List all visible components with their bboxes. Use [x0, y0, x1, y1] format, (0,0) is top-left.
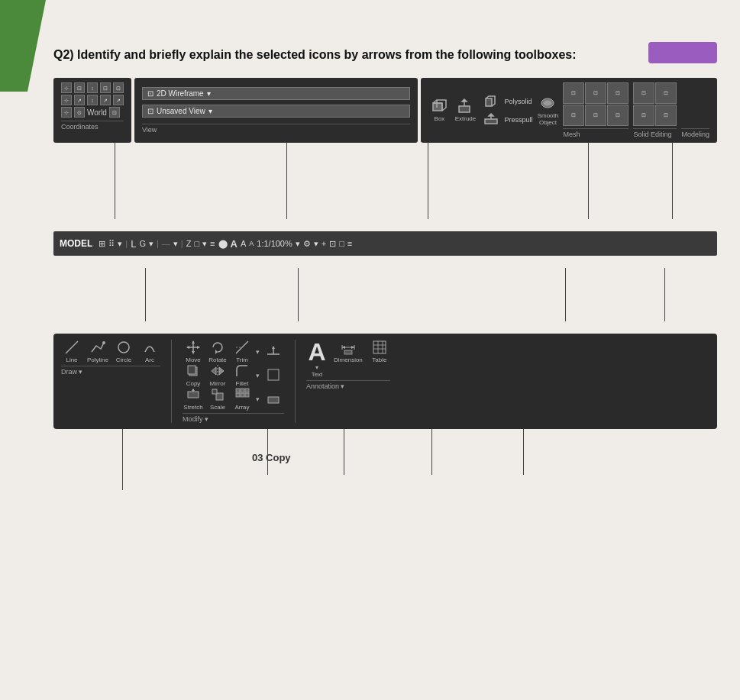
solid-icon-2[interactable]: ⊡ — [655, 82, 677, 104]
model-L-icon[interactable]: L — [131, 238, 136, 250]
dimension-tool[interactable]: Dimension — [334, 340, 363, 363]
svg-point-15 — [118, 342, 129, 353]
top-arrow-lines — [53, 143, 717, 219]
polysolid-tool[interactable] — [480, 93, 502, 110]
solid-editing-label: Solid Editing — [633, 128, 677, 138]
arc-tool[interactable]: Arc — [139, 340, 160, 363]
unsaved-dropdown[interactable]: ⊡ Unsaved View ▾ — [142, 105, 410, 118]
model-Z-icon[interactable]: Z — [186, 239, 192, 248]
polyline-tool[interactable]: Polyline — [87, 340, 108, 363]
solid-icon-4[interactable]: ⊡ — [655, 105, 677, 126]
model-dots-icon[interactable]: ⠿ — [108, 239, 115, 249]
solid-icon-1[interactable]: ⊡ — [633, 82, 654, 104]
svg-rect-45 — [268, 397, 279, 403]
coord-icon-8[interactable]: ↕ — [87, 95, 98, 105]
model-eq-icon[interactable]: ≡ — [210, 239, 215, 248]
model-G-icon[interactable]: G — [139, 239, 146, 248]
coord-icon-6[interactable]: ⊹ — [61, 95, 72, 105]
line-tool[interactable]: Line — [61, 340, 82, 363]
model-arrow-A2[interactable]: A — [241, 239, 246, 248]
svg-rect-42 — [236, 393, 240, 397]
circle-label: Circle — [116, 356, 131, 363]
model-box-2-icon[interactable]: □ — [339, 239, 344, 248]
scale-tool[interactable]: Scale — [207, 387, 228, 411]
model-arrow-lines — [53, 268, 717, 321]
circle-tool[interactable]: Circle — [113, 340, 134, 363]
model-box-icon[interactable]: □ — [194, 239, 199, 248]
model-grid-icon[interactable]: ⊞ — [99, 239, 105, 249]
mirror-label: Mirror — [210, 380, 226, 387]
model-menu-icon[interactable]: ≡ — [347, 239, 352, 248]
world-icon[interactable]: ⊙ — [74, 107, 85, 118]
world-label: World — [87, 108, 107, 117]
smooth-tool[interactable] — [537, 95, 558, 112]
coord-icon-1[interactable]: ⊹ — [61, 82, 72, 93]
modify-section-label: Modify ▾ — [183, 413, 284, 423]
model-plus-icon[interactable]: + — [322, 239, 326, 248]
coord-icon-5[interactable]: ⊡ — [113, 82, 124, 93]
model-gear-icon[interactable]: ⚙ — [303, 239, 311, 249]
erase-tool[interactable] — [263, 391, 284, 408]
text-A-icon: A — [308, 340, 325, 364]
mirror-tool[interactable]: Mirror — [207, 363, 228, 387]
mesh-label: Mesh — [563, 128, 629, 138]
model-sep-3: — — [162, 239, 170, 248]
view-section: ⊡ 2D Wireframe ▾ ⊡ Unsaved View ▾ View — [134, 78, 418, 143]
extrude-tool[interactable]: Extrude — [454, 98, 476, 122]
presspull-tool[interactable] — [480, 111, 502, 128]
chamfer-tool[interactable] — [263, 367, 284, 384]
trim-arrow: ▾ — [256, 348, 260, 356]
svg-marker-32 — [219, 367, 224, 375]
coord-row-3: ⊹ ⊙ World ⊡ — [61, 107, 124, 118]
copy-tool[interactable]: Copy — [183, 363, 204, 387]
coord-icon-12[interactable]: ⊡ — [109, 107, 120, 118]
modeling-label: Modeling — [681, 128, 709, 138]
svg-marker-21 — [197, 346, 200, 349]
wireframe-dropdown[interactable]: ⊡ 2D Wireframe ▾ — [142, 87, 410, 100]
coord-icon-7[interactable]: ↗ — [74, 95, 85, 105]
svg-marker-20 — [186, 346, 189, 349]
copy-label: Copy — [186, 380, 201, 387]
stretch-tool[interactable]: Stretch — [183, 387, 204, 411]
solid-icon-3[interactable]: ⊡ — [633, 105, 654, 126]
rotate-tool[interactable]: Rotate — [207, 340, 228, 363]
mesh-icon-6[interactable]: ⊡ — [607, 105, 629, 126]
model-dot-icon[interactable]: ⬤ — [218, 239, 228, 249]
svg-marker-19 — [192, 351, 195, 354]
polysolid-group: Polysolid Presspull — [480, 93, 532, 128]
fillet-tool[interactable]: Fillet — [231, 363, 253, 387]
bot-arrow-line-1 — [122, 429, 123, 490]
coord-icon-3[interactable]: ↕ — [87, 82, 98, 93]
trim-label: Trim — [236, 356, 248, 363]
svg-rect-0 — [433, 103, 442, 111]
svg-marker-50 — [351, 346, 354, 349]
box-tool[interactable]: Box — [428, 98, 450, 122]
model-arrow-A1[interactable]: A — [231, 238, 238, 250]
model-layout-icon[interactable]: ⊡ — [329, 239, 336, 249]
coord-icon-9[interactable]: ↗ — [100, 95, 111, 105]
arrow-line-5 — [672, 143, 673, 219]
extend-tool[interactable] — [263, 344, 284, 360]
coord-icon-11[interactable]: ⊹ — [61, 107, 72, 118]
table-tool[interactable]: Table — [369, 340, 390, 363]
mesh-icon-1[interactable]: ⊡ — [563, 82, 584, 104]
model-scale[interactable]: 1:1/100% — [257, 239, 292, 248]
mesh-group: ⊡ ⊡ ⊡ ⊡ ⊡ ⊡ Mesh — [563, 82, 629, 138]
model-arrow-A3[interactable]: A — [249, 240, 254, 247]
mesh-icon-2[interactable]: ⊡ — [585, 82, 606, 104]
move-tool[interactable]: Move — [183, 340, 204, 363]
coord-icon-2[interactable]: ⊡ — [74, 82, 85, 93]
mesh-icon-5[interactable]: ⊡ — [585, 105, 606, 126]
text-tool[interactable]: A ▾ Text — [306, 340, 328, 378]
wireframe-icon: ⊡ — [147, 89, 153, 98]
coord-icon-4[interactable]: ⊡ — [100, 82, 111, 93]
coord-icon-10[interactable]: ↗ — [113, 95, 124, 105]
mesh-icon-3[interactable]: ⊡ — [607, 82, 629, 104]
array-tool[interactable]: Array — [231, 387, 253, 411]
question-text: Q2) Identify and briefly explain the sel… — [53, 46, 717, 64]
coord-row-2: ⊹ ↗ ↕ ↗ ↗ — [61, 95, 124, 105]
polyline-label: Polyline — [87, 356, 108, 363]
mesh-icon-4[interactable]: ⊡ — [563, 105, 584, 126]
model-arrow-3: ▾ — [173, 239, 178, 249]
trim-tool[interactable]: Trim — [231, 340, 253, 363]
